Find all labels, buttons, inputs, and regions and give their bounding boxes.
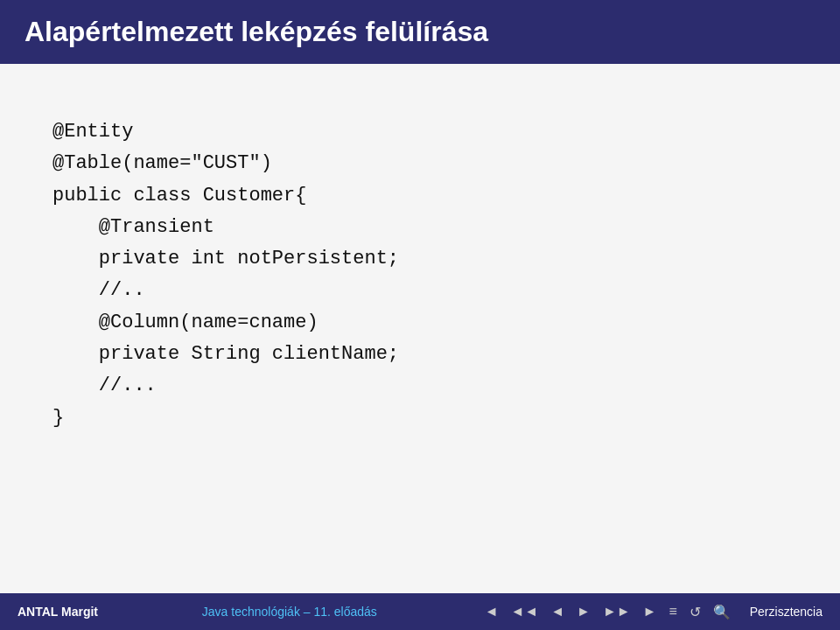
nav-left-icon[interactable]: ◄ [547, 602, 568, 621]
nav-menu-icon[interactable]: ≡ [665, 602, 680, 621]
code-block: @Entity@Table(name="CUST")public class C… [52, 116, 788, 434]
slide-content: @Entity@Table(name="CUST")public class C… [0, 64, 840, 593]
slide-title: Alapértelmezett leképzés felülírása [24, 16, 488, 47]
code-line-9: //... [52, 370, 788, 402]
header-bar: Alapértelmezett leképzés felülírása [0, 0, 840, 64]
bottom-navigation-bar: ANTAL Margit Java technológiák – 11. elő… [0, 593, 840, 630]
code-line-4: @Transient [52, 212, 788, 243]
code-line-5: private int notPersistent; [52, 243, 788, 275]
author-label: ANTAL Margit [18, 605, 98, 619]
nav-prev-icon[interactable]: ◄ [481, 602, 502, 621]
nav-next-icon[interactable]: ► [640, 602, 661, 621]
nav-next-group-icon[interactable]: ►► [599, 602, 634, 621]
code-line-2: @Table(name="CUST") [52, 148, 788, 179]
code-line-1: @Entity [52, 116, 788, 148]
code-line-7: @Column(name=cname) [52, 307, 788, 339]
code-line-3: public class Customer{ [52, 180, 788, 212]
bottom-controls: ◄ ◄◄ ◄ ► ►► ► ≡ ↺ 🔍 Perzisztencia [481, 602, 822, 622]
nav-right-icon[interactable]: ► [573, 602, 594, 621]
nav-refresh-icon[interactable]: ↺ [686, 602, 704, 622]
topic-label: Perzisztencia [750, 605, 822, 619]
nav-search-icon[interactable]: 🔍 [710, 602, 734, 622]
code-line-6: //.. [52, 275, 788, 306]
nav-prev-group-icon[interactable]: ◄◄ [508, 602, 542, 621]
code-line-8: private String clientName; [52, 339, 788, 370]
course-label: Java technológiák – 11. előadás [98, 605, 481, 619]
code-line-11: } [52, 402, 788, 434]
